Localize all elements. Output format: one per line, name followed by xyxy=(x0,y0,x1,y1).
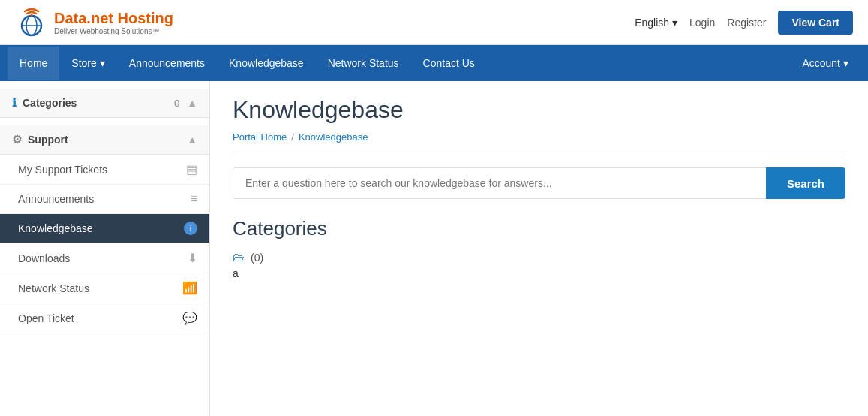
breadcrumb-home[interactable]: Portal Home xyxy=(233,131,287,143)
categories-header-label: Categories xyxy=(23,97,77,109)
search-button[interactable]: Search xyxy=(766,167,845,199)
main-layout: ℹ Categories 0 ▲ ⚙ Support ▲ My Support … xyxy=(0,81,868,416)
login-link[interactable]: Login xyxy=(689,17,715,29)
page-title: Knowledgebase xyxy=(233,96,845,124)
top-bar: Data.net Hosting Deliver Webhosting Solu… xyxy=(0,0,868,45)
language-label: English xyxy=(635,17,669,29)
nav-bar: Home Store ▾ Announcements Knowledgebase… xyxy=(0,45,868,81)
view-cart-button[interactable]: View Cart xyxy=(778,11,853,35)
breadcrumb-current: Knowledgebase xyxy=(299,131,368,143)
signal-icon: 📶 xyxy=(182,281,197,295)
logo-text: Data.net Hosting Deliver Webhosting Solu… xyxy=(54,9,173,36)
categories-count: 0 xyxy=(174,98,179,109)
search-input[interactable] xyxy=(233,167,766,199)
downloads-label: Downloads xyxy=(18,252,70,264)
sidebar: ℹ Categories 0 ▲ ⚙ Support ▲ My Support … xyxy=(0,81,210,416)
nav-store[interactable]: Store ▾ xyxy=(59,47,116,80)
logo: Data.net Hosting Deliver Webhosting Solu… xyxy=(15,6,173,39)
ticket-icon: ▤ xyxy=(186,162,197,176)
support-header: ⚙ Support ▲ xyxy=(0,125,209,155)
nav-announcements[interactable]: Announcements xyxy=(117,47,217,80)
categories-header: ℹ Categories 0 ▲ xyxy=(0,89,209,118)
network-status-label: Network Status xyxy=(18,282,89,294)
sidebar-item-network-status[interactable]: Network Status 📶 xyxy=(0,273,209,303)
info-circle-icon: ℹ xyxy=(12,96,17,110)
top-right-actions: English ▾ Login Register View Cart xyxy=(635,11,853,35)
account-chevron-icon: ▾ xyxy=(843,57,848,69)
list-icon: ≡ xyxy=(191,192,197,206)
support-tickets-label: My Support Tickets xyxy=(18,164,107,176)
support-header-label: Support xyxy=(28,134,68,146)
store-chevron-icon: ▾ xyxy=(100,57,105,69)
brand-name: Data.net Hosting xyxy=(54,9,173,27)
info-icon: i xyxy=(184,222,197,235)
sidebar-item-downloads[interactable]: Downloads ⬇ xyxy=(0,243,209,273)
nav-contact-us[interactable]: Contact Us xyxy=(411,47,487,80)
categories-collapse-icon[interactable]: ▲ xyxy=(187,97,197,109)
sidebar-item-knowledgebase[interactable]: Knowledgebase i xyxy=(0,214,209,243)
folder-icon: 🗁 xyxy=(233,251,245,264)
sidebar-item-announcements[interactable]: Announcements ≡ xyxy=(0,185,209,214)
chat-icon: 💬 xyxy=(182,311,197,325)
download-icon: ⬇ xyxy=(188,251,197,265)
nav-knowledgebase[interactable]: Knowledgebase xyxy=(217,47,316,80)
announcements-label: Announcements xyxy=(18,193,94,205)
sidebar-item-open-ticket[interactable]: Open Ticket 💬 xyxy=(0,303,209,333)
categories-content-title: Categories xyxy=(233,217,845,240)
chevron-down-icon: ▾ xyxy=(672,17,677,29)
breadcrumb-separator: / xyxy=(291,131,294,143)
support-gear-icon: ⚙ xyxy=(12,133,22,146)
categories-section: ℹ Categories 0 ▲ xyxy=(0,89,209,118)
logo-icon xyxy=(15,6,48,39)
knowledgebase-label: Knowledgebase xyxy=(18,222,93,234)
main-content: Knowledgebase Portal Home / Knowledgebas… xyxy=(210,81,868,416)
tagline: Deliver Webhosting Solutions™ xyxy=(54,27,173,36)
register-link[interactable]: Register xyxy=(727,17,766,29)
open-ticket-label: Open Ticket xyxy=(18,312,74,324)
nav-network-status[interactable]: Network Status xyxy=(316,47,411,80)
sidebar-item-support-tickets[interactable]: My Support Tickets ▤ xyxy=(0,155,209,185)
category-count: (0) xyxy=(251,252,263,264)
search-bar: Search xyxy=(233,167,845,199)
nav-home[interactable]: Home xyxy=(8,47,59,80)
support-section: ⚙ Support ▲ My Support Tickets ▤ Announc… xyxy=(0,125,209,333)
breadcrumb: Portal Home / Knowledgebase xyxy=(233,131,845,152)
support-collapse-icon[interactable]: ▲ xyxy=(187,134,197,146)
account-label: Account xyxy=(802,57,840,69)
svg-point-3 xyxy=(31,14,33,16)
nav-account[interactable]: Account ▾ xyxy=(790,47,860,80)
category-name: a xyxy=(233,267,845,279)
category-item: 🗁 (0) xyxy=(233,251,845,264)
language-selector[interactable]: English ▾ xyxy=(635,17,677,29)
